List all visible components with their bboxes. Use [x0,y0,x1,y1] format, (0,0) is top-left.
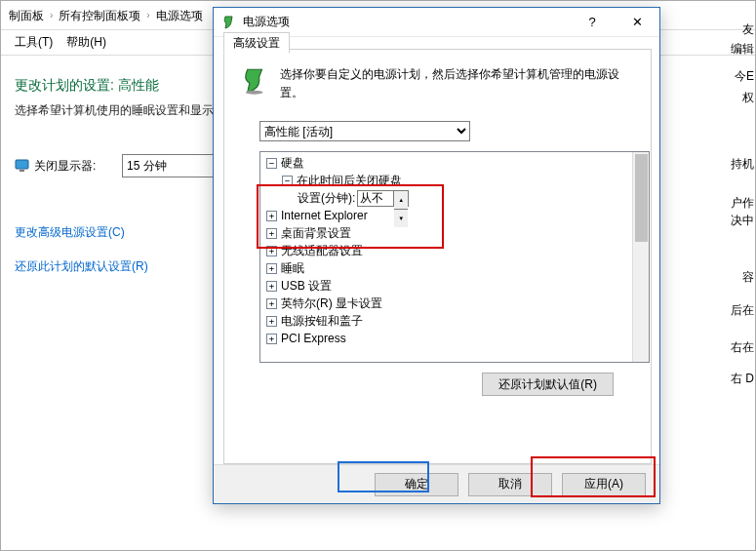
setting-minutes-label: 设置(分钟): [298,189,355,207]
fragment: 右 D [731,371,754,387]
power-options-dialog: 电源选项 ? ✕ 高级设置 选择你要自定义的电源计划，然后选择你希望计算机管理的… [213,7,660,504]
breadcrumb-item[interactable]: 电源选项 [154,1,205,30]
setting-minutes-input[interactable] [357,190,394,207]
power-plan-select[interactable]: 高性能 [活动] [259,121,470,141]
tree-node-power-buttons[interactable]: +电源按钮和盖子 [264,312,649,330]
monitor-icon [15,158,30,174]
breadcrumb-item[interactable]: 所有控制面板项 [57,1,142,30]
fragment: 权 [742,90,754,106]
fragment: 持机 [731,156,754,173]
chevron-right-icon: › [46,1,57,30]
apply-button[interactable]: 应用(A) [562,473,646,496]
power-plan-icon [221,15,237,30]
tree-scrollbar[interactable] [632,152,649,362]
tree-node-sleep[interactable]: +睡眠 [264,259,649,277]
menu-tools[interactable]: 工具(T) [15,34,53,51]
fragment: 今E [735,68,754,85]
svg-rect-1 [20,170,24,172]
expand-icon[interactable]: + [266,298,277,309]
fragment: 容 [742,269,754,286]
tree-node-hard-disk[interactable]: −硬盘 [264,154,649,172]
turn-off-display-label: 关闭显示器: [34,158,96,175]
tab-advanced-settings[interactable]: 高级设置 [223,32,290,54]
tree-node-pci-express[interactable]: +PCI Express [264,330,649,347]
restore-defaults-button[interactable]: 还原计划默认值(R) [482,373,614,396]
fragment: 决中 [731,213,754,229]
fragment: 后在 [731,302,754,319]
expand-icon[interactable]: + [266,228,277,239]
window-close-button[interactable]: ✕ [615,8,659,37]
cancel-button[interactable]: 取消 [468,473,552,496]
settings-tree: −硬盘 −在此时间后关闭硬盘 设置(分钟): ▲▼ +Internet Expl… [259,151,650,363]
fragment: 编辑 [731,41,754,58]
chevron-right-icon: › [142,1,153,30]
dialog-content: 选择你要自定义的电源计划，然后选择你希望计算机管理的电源设置。 高性能 [活动]… [223,49,652,464]
dialog-button-row: 确定 取消 应用(A) [214,464,659,503]
expand-icon[interactable]: + [266,246,277,256]
spin-down-button[interactable]: ▼ [394,210,408,227]
tree-node-desktop-bg[interactable]: +桌面背景设置 [264,224,649,242]
collapse-icon[interactable]: − [266,158,277,169]
dialog-intro-text: 选择你要自定义的电源计划，然后选择你希望计算机管理的电源设置。 [280,65,635,101]
ok-button[interactable]: 确定 [375,473,458,496]
menu-help[interactable]: 帮助(H) [66,34,106,51]
tree-node-usb[interactable]: +USB 设置 [264,277,649,295]
tree-node-wireless[interactable]: +无线适配器设置 [264,242,649,259]
tree-node-turn-off-hd[interactable]: −在此时间后关闭硬盘 [264,172,649,189]
tree-node-setting-minutes[interactable]: 设置(分钟): ▲▼ [264,189,649,207]
fragment: 友 [742,21,754,38]
dialog-title: 电源选项 [243,14,290,30]
fragment: 右在 [731,339,754,356]
obscured-right-panel: 友 编辑 今E 权 持机 户作 决中 容 后在 右在 右 D [729,0,756,546]
spin-up-button[interactable]: ▲ [394,191,408,210]
window-help-button[interactable]: ? [570,8,615,37]
svg-point-2 [246,91,263,95]
expand-icon[interactable]: + [266,281,277,292]
expand-icon[interactable]: + [266,263,277,274]
breadcrumb-item[interactable]: 制面板 [7,1,46,30]
expand-icon[interactable]: + [266,211,277,221]
expand-icon[interactable]: + [266,316,277,327]
scrollbar-thumb[interactable] [635,154,648,242]
power-plan-large-icon [240,65,270,97]
fragment: 户作 [731,195,754,212]
tree-node-ie[interactable]: +Internet Explorer [264,207,649,224]
collapse-icon[interactable]: − [282,176,293,186]
expand-icon[interactable]: + [266,334,277,344]
tree-node-intel-gpu[interactable]: +英特尔(R) 显卡设置 [264,295,649,312]
svg-rect-0 [16,160,28,169]
